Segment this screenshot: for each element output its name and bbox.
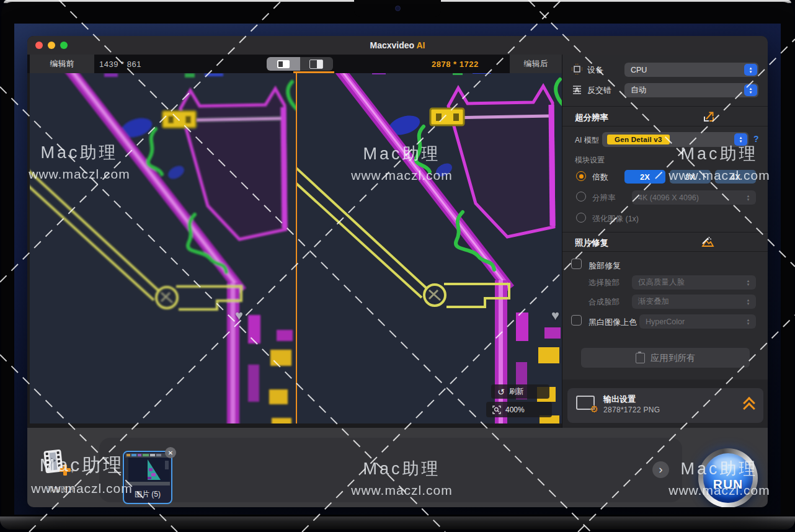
enhance-radio[interactable] — [576, 213, 586, 223]
deinterlace-select[interactable]: 自动 ▴▾ — [624, 83, 758, 97]
laptop-notch — [354, 0, 441, 17]
run-button-face: RUN — [703, 453, 753, 503]
apply-to-all-label: 应用到所有 — [651, 352, 696, 364]
filmstrip-add-icon — [41, 449, 72, 477]
laptop-base — [0, 516, 795, 530]
face-repair-checkbox[interactable] — [571, 259, 582, 269]
select-face-select[interactable]: 仅高质量人脸 ▴▾ — [632, 275, 756, 290]
apply-to-all-button[interactable]: 应用到所有 — [581, 348, 750, 368]
view-mode-segmented — [267, 57, 333, 71]
dropdown-chevron-icon: ▴▾ — [742, 296, 755, 308]
scale-label: 倍数 — [592, 172, 608, 183]
blend-face-row: 合成脸部 渐变叠加 ▴▾ — [562, 295, 768, 309]
dropdown-chevron-icon: ▴▾ — [744, 64, 757, 76]
ai-model-row: AI 模型 Gen Detail v3 ▴▾ ? — [562, 132, 768, 147]
scroll-right-button[interactable]: › — [652, 461, 669, 478]
face-repair-row: 脸部修复 — [562, 258, 768, 273]
output-monitor-icon: ⚙ — [576, 396, 595, 410]
blend-face-label: 合成脸部 — [588, 297, 620, 308]
window-title: Macxvideo AI — [27, 40, 768, 50]
ai-model-select[interactable]: Gen Detail v3 ▴▾ — [602, 132, 748, 147]
bw-colorize-row: 黑白图像上色 HyperColor ▴▾ — [562, 314, 768, 329]
enhance-label: 强化图像 (1x) — [592, 214, 639, 224]
blend-face-value: 渐变叠加 — [638, 296, 669, 307]
dropdown-chevron-icon: ▴▾ — [744, 84, 757, 96]
remove-thumbnail-button[interactable]: ✕ — [165, 447, 176, 458]
bw-colorize-checkbox[interactable] — [571, 315, 582, 326]
before-resolution: 1439 * 861 — [99, 60, 141, 69]
refresh-button[interactable]: ↺ 刷新 — [491, 384, 549, 399]
split-view-icon — [309, 60, 323, 69]
compare-toolbar: 编辑前 1439 * 861 2878 * 1722 编辑后 — [27, 55, 562, 73]
module-settings-label: 模块设置 — [575, 155, 605, 166]
select-face-label: 选择脸部 — [588, 278, 620, 288]
zoom-level-control[interactable]: 400% — [486, 402, 552, 417]
ai-model-value: Gen Detail v3 — [607, 135, 670, 144]
camera-icon — [395, 6, 401, 11]
expand-resolution-icon — [703, 110, 715, 123]
face-repair-label: 脸部修复 — [588, 260, 621, 272]
scale-4x-button[interactable]: 4X — [715, 170, 756, 184]
refresh-label: 刷新 — [509, 386, 524, 397]
run-button[interactable]: RUN — [698, 448, 758, 507]
help-icon[interactable]: ? — [753, 134, 759, 144]
device-row: 设备 CPU ▴▾ — [562, 62, 768, 77]
device-label: 设备 — [587, 64, 603, 76]
favorite-heart-icon-left[interactable]: ♥ — [235, 308, 243, 324]
scale-row: 倍数 2X 3X 4X — [562, 170, 768, 185]
add-image-caret-icon: ▾ — [71, 468, 74, 474]
cpu-chip-icon — [572, 64, 582, 74]
dropdown-chevron-icon: ▴▾ — [742, 192, 755, 203]
bw-colorize-value: HyperColor — [646, 317, 685, 326]
bottom-bar: ▾ 添加图片 ✕ 图片 (5) — [27, 428, 768, 507]
bw-colorize-select[interactable]: HyperColor ▴▾ — [639, 314, 756, 329]
deinterlace-row: 反交错 自动 ▴▾ — [562, 82, 768, 97]
app-window: Macxvideo AI 编辑前 1439 * 861 2878 * 1722 … — [27, 36, 768, 507]
tab-before-edit[interactable]: 编辑前 — [30, 55, 94, 73]
thumbnail-item[interactable]: ✕ 图片 (5) — [123, 451, 172, 504]
resolution-radio[interactable] — [576, 192, 586, 202]
run-label: RUN — [703, 477, 753, 492]
resolution-select[interactable]: 4K (4096 X 4096) ▴▾ — [632, 190, 756, 205]
output-settings-card[interactable]: ⚙ 输出设置 2878*1722 PNG — [567, 388, 763, 423]
deinterlace-icon — [572, 84, 582, 95]
tab-after-edit[interactable]: 编辑后 — [510, 55, 562, 73]
photo-repair-header: 照片修复 — [575, 237, 608, 249]
blend-face-select[interactable]: 渐变叠加 ▴▾ — [632, 295, 756, 309]
magnifier-icon — [492, 406, 501, 414]
device-select[interactable]: CPU ▴▾ — [624, 63, 758, 77]
thumbnail-label: 图片 (5) — [124, 489, 171, 500]
thumbnail-image — [125, 453, 170, 485]
deinterlace-value: 自动 — [631, 85, 646, 95]
preview-canvas[interactable]: ♥ ♥ ↺ 刷新 400% — [30, 73, 562, 423]
thumbnail-tray — [99, 438, 682, 502]
zoom-level-value: 400% — [505, 406, 525, 414]
output-settings-title: 输出设置 — [603, 394, 636, 405]
output-format-info: 2878*1722 PNG — [603, 406, 660, 414]
collapse-icon[interactable] — [744, 398, 755, 412]
device-value: CPU — [631, 66, 647, 74]
scale-2x-button[interactable]: 2X — [624, 170, 665, 184]
single-view-button[interactable] — [267, 57, 300, 71]
super-resolution-header: 超分辨率 — [575, 112, 608, 123]
select-face-value: 仅高质量人脸 — [638, 277, 685, 288]
ai-model-label: AI 模型 — [575, 135, 599, 146]
resolution-row: 分辨率 4K (4096 X 4096) ▴▾ — [562, 190, 768, 205]
deinterlace-label: 反交错 — [587, 85, 611, 96]
favorite-heart-icon-right[interactable]: ♥ — [551, 308, 559, 324]
titlebar: Macxvideo AI — [27, 36, 768, 55]
compare-divider[interactable] — [296, 73, 297, 423]
scale-3x-button[interactable]: 3X — [670, 170, 711, 184]
split-view-button[interactable] — [300, 57, 334, 71]
add-image-button[interactable]: ▾ 添加图片 — [38, 449, 83, 496]
refresh-icon: ↺ — [497, 388, 505, 396]
magic-wand-photo-icon — [700, 236, 715, 248]
dropdown-chevron-icon: ▴▾ — [742, 316, 755, 327]
add-image-label: 添加图片 — [38, 485, 83, 494]
scale-radio[interactable] — [576, 171, 586, 181]
after-resolution: 2878 * 1722 — [432, 60, 479, 69]
title-accent: AI — [416, 40, 425, 50]
bw-colorize-label: 黑白图像上色 — [588, 317, 637, 328]
resolution-value: 4K (4096 X 4096) — [638, 193, 699, 202]
dropdown-chevron-icon: ▴▾ — [742, 277, 755, 288]
